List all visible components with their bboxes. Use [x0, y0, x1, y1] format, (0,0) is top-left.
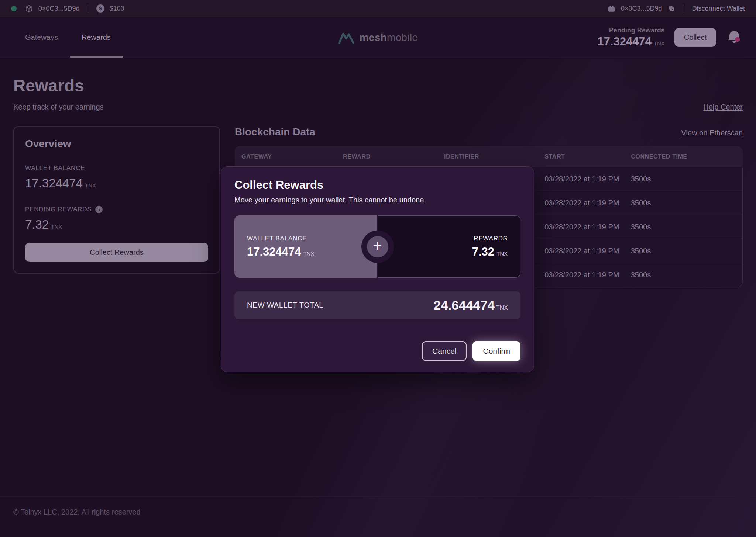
page-footer: © Telnyx LLC, 2022. All rights reserved [0, 496, 756, 537]
cell-connected: 3500s [631, 247, 742, 255]
confirm-button[interactable]: Confirm [472, 341, 520, 361]
col-connected-time: CONNECTED TIME [631, 153, 743, 160]
balance-panels: WALLET BALANCE 17.324474TNX REWARDS 7.32… [234, 215, 520, 278]
overview-card: Overview WALLET BALANCE 17.324474TNX PEN… [13, 126, 220, 274]
wallet-icon [607, 4, 616, 13]
divider [684, 4, 684, 13]
divider [88, 4, 88, 13]
logo-text: meshmobile [360, 32, 418, 44]
cell-start: 03/28/2022 at 1:19 PM [544, 199, 631, 207]
cell-start: 03/28/2022 at 1:19 PM [544, 247, 631, 255]
bell-icon [726, 29, 743, 46]
plus-icon: + [367, 236, 388, 257]
notifications-button[interactable] [726, 29, 743, 46]
col-identifier: IDENTIFIER [444, 153, 544, 160]
tnx-unit: TNX [496, 250, 508, 257]
overview-title: Overview [25, 138, 208, 150]
pending-rewards-label: Pending Rewards [597, 27, 665, 34]
cancel-button[interactable]: Cancel [422, 341, 467, 361]
tnx-unit: TNX [654, 40, 665, 46]
new-wallet-total-value: 24.644474TNX [434, 298, 508, 313]
pending-rewards-value: 17.324474TNX [597, 35, 665, 48]
cell-connected: 3500s [631, 271, 742, 279]
cell-start: 03/28/2022 at 1:19 PM [544, 271, 631, 279]
etherscan-link[interactable]: View on Etherscan [681, 129, 743, 137]
col-start: START [544, 153, 631, 160]
new-wallet-total-label: NEW WALLET TOTAL [247, 301, 323, 309]
main-nav: Gateways Rewards meshmobile Pending Rewa… [0, 17, 756, 58]
cell-start: 03/28/2022 at 1:19 PM [544, 175, 631, 183]
tab-rewards[interactable]: Rewards [70, 17, 123, 58]
plus-badge: + [361, 231, 394, 263]
pending-rewards-summary: Pending Rewards 17.324474TNX [597, 27, 665, 48]
wallet-balance-value: 17.324474TNX [25, 176, 208, 190]
account-address: 0×0C3...5D9d [38, 5, 80, 13]
app-screen: 0×0C3...5D9d $ $100 0×0C3...5D9d [0, 0, 756, 537]
table-header: GATEWAY REWARD IDENTIFIER START CONNECTE… [235, 146, 743, 167]
pending-rewards-label: PENDING REWARDS [25, 206, 92, 213]
wallet-balance-label: WALLET BALANCE [247, 235, 377, 242]
tab-gateways[interactable]: Gateways [13, 17, 70, 58]
tnx-unit: TNX [85, 182, 96, 188]
page-title: Rewards [13, 76, 743, 96]
rewards-value: 7.32TNX [472, 245, 508, 259]
cell-connected: 3500s [631, 223, 742, 231]
connection-status-dot [11, 6, 17, 11]
page-subtitle: Keep track of your earnings [13, 103, 104, 111]
modal-title: Collect Rewards [234, 179, 520, 192]
header-collect-button[interactable]: Collect [674, 28, 716, 47]
notification-dot [735, 37, 740, 42]
wallet-balance-panel: WALLET BALANCE 17.324474TNX [234, 215, 377, 278]
logo-mark-icon [338, 31, 355, 45]
tnx-unit: TNX [496, 305, 508, 311]
tnx-unit: TNX [303, 250, 315, 257]
copyright-text: © Telnyx LLC, 2022. All rights reserved [13, 508, 141, 516]
collect-rewards-modal: Collect Rewards Move your earnings to yo… [221, 166, 534, 372]
wallet-balance-label: WALLET BALANCE [25, 164, 85, 172]
meshmobile-logo: meshmobile [338, 31, 418, 45]
cell-connected: 3500s [631, 175, 742, 183]
col-gateway: GATEWAY [235, 153, 343, 160]
col-reward: REWARD [343, 153, 444, 160]
blockchain-data-title: Blockchain Data [235, 126, 315, 138]
pending-rewards-value: 7.32TNX [25, 218, 208, 232]
tnx-unit: TNX [51, 224, 62, 230]
cell-start: 03/28/2022 at 1:19 PM [544, 223, 631, 231]
dollar-icon: $ [96, 4, 104, 13]
info-icon[interactable]: i [95, 206, 103, 213]
wallet-status-bar: 0×0C3...5D9d $ $100 0×0C3...5D9d [0, 0, 756, 17]
rewards-panel: REWARDS 7.32TNX [378, 215, 520, 278]
usd-balance: $100 [110, 5, 124, 13]
wallet-address: 0×0C3...5D9d [621, 5, 662, 13]
copy-icon[interactable] [667, 4, 676, 13]
cell-connected: 3500s [631, 199, 742, 207]
collect-rewards-button[interactable]: Collect Rewards [25, 243, 208, 262]
blockchain-cube-icon [25, 4, 33, 13]
disconnect-wallet-link[interactable]: Disconnect Wallet [692, 5, 745, 13]
modal-subtitle: Move your earnings to your wallet. This … [234, 196, 520, 204]
rewards-label: REWARDS [474, 235, 508, 242]
new-wallet-total-bar: NEW WALLET TOTAL 24.644474TNX [234, 291, 520, 319]
help-center-link[interactable]: Help Center [703, 103, 743, 111]
wallet-balance-value: 17.324474TNX [247, 245, 377, 259]
